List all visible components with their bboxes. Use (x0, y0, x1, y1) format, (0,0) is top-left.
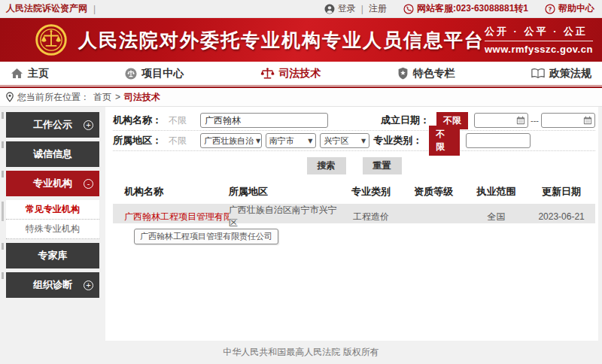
breadcrumb-prefix: 您当前所在位置： (17, 91, 90, 104)
sidebar-item-professional-orgs[interactable]: 专业机构 - (6, 171, 99, 196)
service-phone-label: 网站客服:023-63088881转1 (417, 2, 528, 15)
row-updated: 2023-06-21 (528, 211, 595, 222)
province-select[interactable]: 广西壮族自治 ▼ (200, 133, 262, 148)
founded-to-input[interactable] (541, 113, 595, 128)
col-grade: 资质等级 (403, 185, 465, 199)
breadcrumb-home-link[interactable]: 首页 (93, 91, 111, 104)
nav-home[interactable]: 主页 (11, 67, 49, 80)
topbar-right: 登录 | 注册 网站客服:023-63088881转1 ? 帮助中心 (324, 2, 594, 15)
project-center-icon (125, 68, 137, 80)
founded-from-input[interactable] (474, 113, 528, 128)
help-center-label: 帮助中心 (558, 2, 594, 15)
scales-icon (260, 67, 275, 80)
chevron-down-icon: ▼ (361, 138, 366, 144)
nav-judicial-tech-label: 司法技术 (279, 67, 321, 80)
nav-featured-column-label: 特色专栏 (413, 67, 455, 80)
minus-circle-icon: - (84, 179, 93, 189)
form-row-org-name: 机构名称： 不限 成立日期： 不限 --- (113, 111, 595, 131)
nav-judicial-tech[interactable]: 司法技术 (260, 67, 321, 80)
home-icon (11, 68, 23, 79)
content-panel: 机构名称： 不限 成立日期： 不限 --- (105, 107, 598, 341)
org-name-any-option[interactable]: 不限 (169, 114, 200, 127)
category-label: 专业类别： (373, 134, 429, 147)
site-title: 人民法院对外委托专业机构专业人员信息平台 (78, 28, 485, 53)
user-icon (324, 4, 335, 14)
sidebar-item-work-publicity[interactable]: 工作公示 + (6, 112, 99, 138)
location-pin-icon (6, 92, 14, 102)
login-label: 登录 (338, 2, 356, 15)
login-link[interactable]: 登录 (324, 2, 356, 15)
site-slogan: 公开 · 公平 · 公正 (485, 25, 593, 41)
breadcrumb: 您当前所在位置： 首页 > 司法技术 (0, 88, 602, 107)
help-center-link[interactable]: ? 帮助中心 (545, 2, 594, 15)
sidebar-item-integrity-info[interactable]: 诚信信息 (6, 141, 99, 167)
row-region: 广西壮族自治区南宁市兴宁区 (229, 204, 339, 229)
site-name-link[interactable]: 人民法院诉讼资产网 (6, 2, 87, 15)
org-name-label: 机构名称： (113, 114, 169, 127)
register-label: 注册 (369, 2, 387, 15)
nav-policies[interactable]: 政策法规 (531, 67, 591, 80)
top-utility-bar: 人民法院诉讼资产网 | 登录 | 注册 网站客服:023-63088881转1 … (0, 0, 602, 18)
chevron-down-icon: ▼ (308, 138, 312, 144)
chevron-down-icon: ▼ (256, 138, 260, 144)
phone-icon (403, 4, 414, 14)
sidebar-item-org-diagnosis[interactable]: 组织诊断 + (6, 272, 99, 298)
nav-project-center-label: 项目中心 (141, 67, 184, 80)
city-select[interactable]: 南宁市 ▼ (266, 133, 317, 148)
court-emblem-icon (35, 23, 68, 56)
col-org-name: 机构名称 (113, 185, 229, 199)
district-select[interactable]: 兴宁区 ▼ (320, 133, 369, 148)
sidebar-subitem-common-orgs[interactable]: 常见专业机构 (6, 200, 99, 220)
question-icon: ? (545, 4, 555, 14)
date-range-separator: --- (531, 116, 539, 125)
form-buttons: 搜索 重置 (113, 157, 595, 174)
row-scope: 全国 (465, 211, 528, 223)
form-row-region: 所属地区： 不限 广西壮族自治 ▼ 南宁市 ▼ 兴宁区 ▼ 专业类别： 不限 (113, 131, 595, 151)
table-row: 广西翰林工程项目管理有限责任... 广西壮族自治区南宁市兴宁区 工程造价 全国 … (113, 204, 595, 223)
sidebar-item-label: 专家库 (38, 249, 68, 262)
sidebar-item-label: 组织诊断 (33, 278, 72, 292)
province-select-value: 广西壮族自治 (204, 135, 254, 147)
region-label: 所属地区： (113, 134, 169, 147)
reset-button[interactable]: 重置 (363, 157, 402, 174)
nav-featured-column[interactable]: 特色专栏 (397, 67, 455, 80)
district-select-value: 兴宁区 (324, 135, 348, 147)
sidebar-subitem-label: 特殊专业机构 (26, 223, 80, 235)
nav-home-label: 主页 (28, 67, 49, 80)
search-button[interactable]: 搜索 (307, 157, 346, 174)
main-nav: 主页 项目中心 司法技术 特色专栏 政策法规 (0, 62, 602, 86)
col-scope: 执业范围 (465, 185, 528, 199)
site-url: www.rmfysszc.gov.cn (485, 44, 593, 55)
sidebar-item-label: 诚信信息 (33, 147, 72, 161)
topbar-left: 人民法院诉讼资产网 | (6, 2, 96, 15)
col-category: 专业类别 (339, 185, 402, 199)
plus-circle-icon: + (84, 281, 93, 290)
nav-policies-label: 政策法规 (549, 67, 591, 80)
calendar-icon (516, 116, 525, 125)
sidebar-item-label: 工作公示 (33, 118, 72, 132)
org-name-tooltip: 广西翰林工程项目管理有限责任公司 (134, 229, 278, 244)
org-name-link[interactable]: 广西翰林工程项目管理有限责任... (113, 211, 229, 223)
site-banner: 人民法院对外委托专业机构专业人员信息平台 公开 · 公平 · 公正 www.rm… (0, 18, 602, 62)
footer-copyright: 中华人民共和国最高人民法院 版权所有 (0, 341, 602, 363)
nav-project-center[interactable]: 项目中心 (125, 67, 184, 80)
sidebar-item-label: 专业机构 (33, 177, 72, 190)
col-updated: 更新日期 (528, 185, 595, 199)
org-name-input[interactable] (200, 113, 328, 128)
category-input[interactable] (466, 133, 531, 148)
book-icon (531, 68, 545, 79)
category-any-button[interactable]: 不限 (429, 126, 460, 156)
sidebar-item-expert-pool[interactable]: 专家库 (6, 243, 99, 268)
breadcrumb-current: 司法技术 (124, 91, 160, 104)
region-any-option[interactable]: 不限 (169, 135, 200, 147)
register-link[interactable]: 注册 (369, 2, 387, 15)
topbar-divider: | (93, 4, 96, 14)
customer-service[interactable]: 网站客服:023-63088881转1 (403, 2, 528, 15)
shield-star-icon (397, 67, 409, 80)
row-category: 工程造价 (339, 211, 402, 223)
sidebar-submenu: 常见专业机构 特殊专业机构 (6, 200, 99, 239)
sidebar-subitem-label: 常见专业机构 (26, 203, 80, 216)
breadcrumb-separator: > (115, 92, 120, 102)
svg-text:?: ? (549, 5, 552, 12)
sidebar-subitem-special-orgs[interactable]: 特殊专业机构 (6, 220, 99, 239)
